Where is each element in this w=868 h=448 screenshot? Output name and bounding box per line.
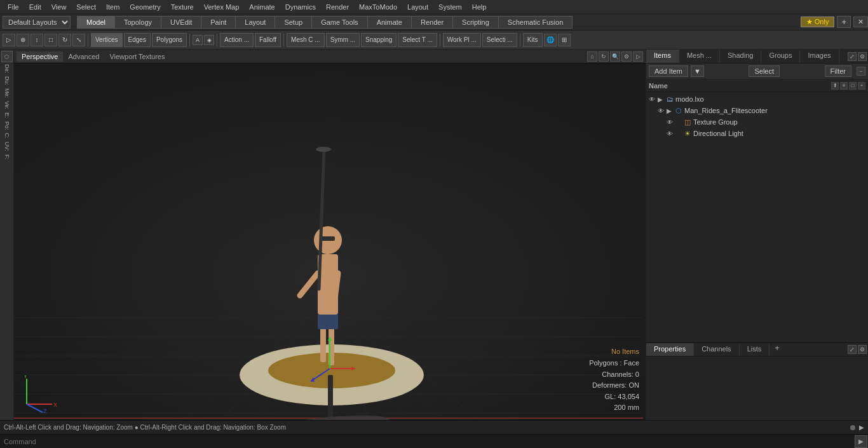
status-arrow[interactable]: ▶ (859, 424, 864, 431)
right-tab-shading[interactable]: Shading (720, 50, 761, 63)
tree-visibility-light[interactable]: 👁 (665, 129, 674, 138)
tool-icon-a[interactable]: A (193, 35, 203, 45)
close-layout-button[interactable]: ✕ (853, 17, 868, 27)
left-label-deform[interactable]: De: (4, 63, 10, 74)
left-label-edge[interactable]: E: (4, 111, 10, 119)
menu-render[interactable]: Render (321, 2, 354, 12)
tab-setup[interactable]: Setup (275, 16, 311, 29)
vp-tab-perspective[interactable]: Perspective (17, 51, 63, 62)
right-settings-btn[interactable]: ⚙ (858, 52, 867, 61)
tab-topology[interactable]: Topology (114, 16, 161, 29)
menu-texture[interactable]: Texture (166, 2, 199, 12)
items-filter-btn[interactable]: ≡ (840, 82, 848, 90)
vp-ctrl-expand[interactable]: ▷ (633, 51, 643, 62)
menu-dynamics[interactable]: Dynamics (280, 2, 321, 12)
action-button[interactable]: Action ... (220, 33, 254, 47)
symm-button[interactable]: Symm ... (326, 33, 360, 47)
tree-expand-man[interactable]: ▶ (667, 107, 673, 114)
tab-game-tools[interactable]: Game Tools (311, 16, 367, 29)
layout-select[interactable]: Default Layouts (3, 16, 71, 29)
vp-ctrl-home[interactable]: ⌂ (587, 51, 597, 62)
bot-tab-plus[interactable]: + (772, 343, 782, 356)
tab-animate[interactable]: Animate (367, 16, 411, 29)
menu-vertex-map[interactable]: Vertex Map (199, 2, 245, 12)
menu-item[interactable]: Item (101, 2, 125, 12)
right-tab-groups[interactable]: Groups (761, 50, 800, 63)
tool-icon-scale[interactable]: ⤡ (72, 34, 85, 46)
selecti-button[interactable]: Selecti ... (482, 33, 517, 47)
bot-tab-lists[interactable]: Lists (740, 343, 770, 356)
left-label-mesh[interactable]: Me: (4, 87, 10, 99)
right-tab-mesh[interactable]: Mesh ... (679, 50, 720, 63)
select-t-button[interactable]: Select T ... (398, 33, 437, 47)
tool-icon-box[interactable]: □ (44, 34, 57, 46)
tree-item-man[interactable]: 👁 ▶ ⬡ Man_Rides_a_Flitescooter (646, 105, 868, 116)
menu-system[interactable]: System (433, 2, 467, 12)
vp-ctrl-rotate[interactable]: ↻ (599, 51, 609, 62)
left-label-poly[interactable]: Po: (4, 120, 10, 132)
bot-tab-properties[interactable]: Properties (646, 343, 694, 356)
menu-edit[interactable]: Edit (24, 2, 46, 12)
menu-select[interactable]: Select (71, 2, 101, 12)
kits-button[interactable]: Kits (523, 33, 543, 47)
menu-geometry[interactable]: Geometry (125, 2, 165, 12)
left-label-c[interactable]: C: (4, 132, 10, 140)
vp-ctrl-settings[interactable]: ⚙ (621, 51, 632, 62)
tab-model[interactable]: Model (77, 16, 114, 29)
menu-animate[interactable]: Animate (244, 2, 280, 12)
right-expand-btn[interactable]: ⤢ (848, 52, 857, 61)
add-item-dropdown[interactable]: ▼ (691, 65, 704, 77)
menu-view[interactable]: View (46, 2, 72, 12)
items-sort-btn[interactable]: ⬆ (831, 82, 839, 90)
edges-button[interactable]: Edges (124, 33, 151, 47)
left-tool-1[interactable]: ⬡ (1, 51, 13, 62)
only-button[interactable]: ★ Only (801, 17, 835, 27)
tab-paint[interactable]: Paint (201, 16, 235, 29)
left-label-uv[interactable]: UV: (4, 140, 10, 153)
tree-visibility-lxo[interactable]: 👁 (648, 95, 656, 104)
tab-uvedit[interactable]: UVEdit (161, 16, 201, 29)
tool-icon-maximize[interactable]: ⊞ (558, 34, 571, 46)
snapping-button[interactable]: Snapping (361, 33, 397, 47)
right-tab-items[interactable]: Items (646, 50, 679, 63)
menu-file[interactable]: File (3, 2, 24, 12)
add-layout-button[interactable]: + (837, 16, 851, 28)
tool-icon-circle[interactable]: ⊕ (17, 34, 29, 46)
tree-item-light[interactable]: 👁 ☀ Directional Light (646, 128, 868, 139)
tool-icon-rotate[interactable]: ↻ (58, 34, 71, 46)
items-add-btn[interactable]: + (858, 82, 865, 90)
work-pl-button[interactable]: Work Pl ... (443, 33, 481, 47)
bot-settings-btn[interactable]: ⚙ (858, 345, 867, 354)
tree-expand-lxo[interactable]: ▶ (658, 96, 664, 103)
tree-item-texture[interactable]: 👁 ◫ Texture Group (646, 116, 868, 128)
command-input[interactable] (0, 435, 854, 448)
right-tab-images[interactable]: Images (800, 50, 839, 63)
tree-visibility-texture[interactable]: 👁 (665, 118, 674, 126)
menu-layout[interactable]: Layout (402, 2, 433, 12)
tab-schematic-fusion[interactable]: Schematic Fusion (498, 16, 573, 29)
polygons-button[interactable]: Polygons (152, 33, 187, 47)
left-label-f[interactable]: F: (4, 153, 10, 161)
minus-btn[interactable]: − (857, 67, 865, 76)
vp-ctrl-zoom[interactable]: 🔍 (610, 51, 620, 62)
tab-layout[interactable]: Layout (235, 16, 275, 29)
left-label-dup[interactable]: Du: (4, 75, 10, 86)
tool-icon-arrow[interactable]: ↕ (31, 34, 43, 46)
menu-maxtomodo[interactable]: MaxToModo (354, 2, 402, 12)
tree-visibility-man[interactable]: 👁 (656, 106, 665, 115)
tool-icon-select[interactable]: ▷ (3, 34, 15, 46)
tab-render[interactable]: Render (411, 16, 452, 29)
tree-item-lxo[interactable]: 👁 ▶ 🗂 modo.lxo (646, 93, 868, 105)
vp-tab-advanced[interactable]: Advanced (63, 51, 104, 62)
select-button[interactable]: Select (749, 65, 780, 77)
menu-help[interactable]: Help (467, 2, 492, 12)
tool-icon-b[interactable]: ◈ (204, 35, 214, 45)
bot-tab-channels[interactable]: Channels (694, 343, 739, 356)
vertices-button[interactable]: Vertices (91, 33, 123, 47)
vp-tab-textures[interactable]: Viewport Textures (104, 51, 170, 62)
mesh-c-button[interactable]: Mesh C ... (287, 33, 325, 47)
bot-expand-btn[interactable]: ⤢ (848, 345, 857, 354)
filter-button[interactable]: Filter (825, 65, 851, 77)
left-label-vert[interactable]: Ve: (4, 100, 10, 111)
tool-icon-globe[interactable]: 🌐 (544, 34, 557, 46)
